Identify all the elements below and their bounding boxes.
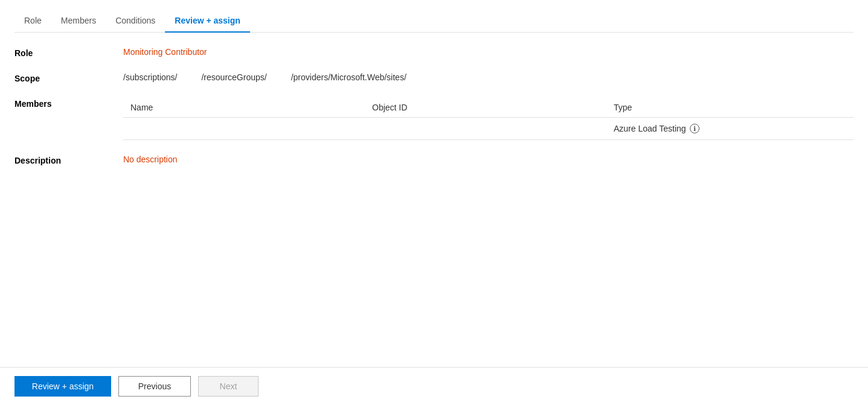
table-row: Azure Load Testing ℹ <box>123 118 854 140</box>
member-name <box>123 118 365 140</box>
members-content: Name Object ID Type Azure Load Testing ℹ <box>123 98 854 140</box>
role-section: Role Monitoring Contributor <box>14 47 854 58</box>
role-label: Role <box>14 47 123 58</box>
info-icon[interactable]: ℹ <box>690 124 699 133</box>
scope-resource-groups: /resourceGroups/ <box>201 72 266 82</box>
tab-conditions[interactable]: Conditions <box>106 10 165 33</box>
next-button: Next <box>198 376 259 397</box>
members-table-header-row: Name Object ID Type <box>123 98 854 118</box>
col-type: Type <box>606 98 854 118</box>
footer: Review + assign Previous Next <box>0 367 868 405</box>
tab-navigation: Role Members Conditions Review + assign <box>14 10 854 33</box>
tab-role[interactable]: Role <box>14 10 51 33</box>
type-cell: Azure Load Testing ℹ <box>614 124 846 133</box>
scope-values: /subscriptions/ /resourceGroups/ /provid… <box>123 72 854 82</box>
member-type-value: Azure Load Testing <box>614 124 686 133</box>
member-type: Azure Load Testing ℹ <box>606 118 854 140</box>
description-section: Description No description <box>14 155 854 165</box>
description-content: No description <box>123 155 854 164</box>
col-object-id: Object ID <box>365 98 606 118</box>
members-section: Members Name Object ID Type <box>14 98 854 140</box>
main-content: Role Members Conditions Review + assign … <box>0 0 868 367</box>
role-value: Monitoring Contributor <box>123 47 207 57</box>
scope-content: /subscriptions/ /resourceGroups/ /provid… <box>123 72 854 82</box>
scope-label: Scope <box>14 72 123 83</box>
description-label: Description <box>14 155 123 165</box>
description-value: No description <box>123 155 178 164</box>
tab-review-assign[interactable]: Review + assign <box>165 10 250 33</box>
previous-button[interactable]: Previous <box>118 376 191 397</box>
tab-members[interactable]: Members <box>51 10 106 33</box>
scope-providers: /providers/Microsoft.Web/sites/ <box>291 72 407 82</box>
member-object-id <box>365 118 606 140</box>
members-label: Members <box>14 98 123 109</box>
review-assign-button[interactable]: Review + assign <box>14 376 111 397</box>
scope-section: Scope /subscriptions/ /resourceGroups/ /… <box>14 72 854 83</box>
role-content: Monitoring Contributor <box>123 47 854 57</box>
scope-subscriptions: /subscriptions/ <box>123 72 177 82</box>
members-table: Name Object ID Type Azure Load Testing ℹ <box>123 98 854 140</box>
col-name: Name <box>123 98 365 118</box>
